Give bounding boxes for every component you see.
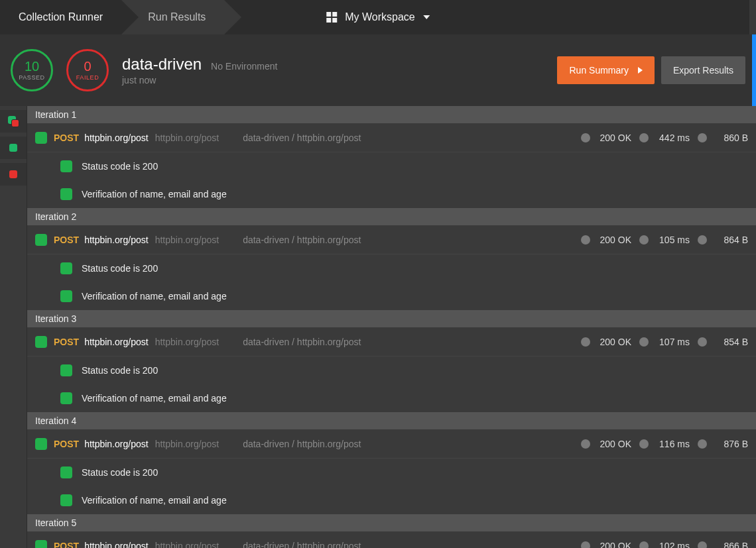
status-swatch <box>60 392 72 404</box>
status-swatch <box>60 466 72 478</box>
request-host: httpbin.org/post <box>155 235 220 245</box>
test-row[interactable]: Verification of name, email and age <box>27 282 756 310</box>
status-swatch <box>60 262 72 274</box>
iteration-header[interactable]: Iteration 2 <box>27 208 756 225</box>
dot-icon <box>581 337 590 347</box>
response-time: 116 ms <box>657 439 690 449</box>
test-name: Status code is 200 <box>82 161 158 172</box>
request-host: httpbin.org/post <box>155 337 220 347</box>
request-name: httpbin.org/post <box>84 235 149 245</box>
status-swatch <box>60 494 72 506</box>
status-code: 200 OK <box>598 541 631 549</box>
status-swatch <box>35 234 47 246</box>
sidebar-item-failed[interactable] <box>0 163 27 186</box>
status-swatch <box>35 540 47 549</box>
request-name: httpbin.org/post <box>84 541 149 549</box>
dot-icon <box>581 133 590 142</box>
status-swatch <box>60 160 72 172</box>
request-method: POST <box>54 235 79 245</box>
grid-icon <box>326 12 337 23</box>
request-metrics: 200 OK102 ms866 B <box>581 541 748 549</box>
test-row[interactable]: Status code is 200 <box>27 254 756 282</box>
request-name: httpbin.org/post <box>84 337 149 347</box>
sidebar <box>0 106 27 548</box>
dot-icon <box>639 439 649 449</box>
request-host: httpbin.org/post <box>155 133 220 143</box>
failed-donut: 0 FAILED <box>66 49 109 91</box>
workspace-switcher[interactable]: My Workspace <box>326 11 430 23</box>
request-row[interactable]: POSThttpbin.org/posthttpbin.org/postdata… <box>27 531 756 548</box>
response-size: 854 B <box>715 337 748 347</box>
failed-count: 0 <box>84 60 91 73</box>
status-swatch <box>35 132 47 144</box>
status-swatch <box>35 438 47 450</box>
request-host: httpbin.org/post <box>155 439 220 449</box>
request-name: httpbin.org/post <box>84 133 149 143</box>
response-time: 105 ms <box>657 235 690 245</box>
response-size: 866 B <box>715 541 748 549</box>
request-path: data-driven / httpbin.org/post <box>243 541 361 549</box>
test-name: Verification of name, email and age <box>82 291 227 301</box>
test-name: Verification of name, email and age <box>82 393 227 404</box>
chevron-down-icon <box>423 15 430 19</box>
accent-strip <box>752 34 756 106</box>
tab-collection-runner[interactable]: Collection Runner <box>0 0 121 34</box>
response-size: 864 B <box>715 235 748 245</box>
run-summary-label: Run Summary <box>569 65 628 76</box>
export-results-button[interactable]: Export Results <box>661 56 745 84</box>
response-time: 107 ms <box>657 337 690 347</box>
request-path: data-driven / httpbin.org/post <box>243 337 361 347</box>
request-path: data-driven / httpbin.org/post <box>243 439 361 449</box>
iteration-header[interactable]: Iteration 1 <box>27 106 756 123</box>
status-swatch <box>35 336 47 348</box>
response-time: 102 ms <box>657 541 690 549</box>
passed-count: 10 <box>25 60 39 73</box>
request-row[interactable]: POSThttpbin.org/posthttpbin.org/postdata… <box>27 225 756 254</box>
status-code: 200 OK <box>598 133 631 143</box>
failed-label: FAILED <box>76 74 99 81</box>
request-host: httpbin.org/post <box>155 541 220 549</box>
request-row[interactable]: POSThttpbin.org/posthttpbin.org/postdata… <box>27 123 756 152</box>
sidebar-item-passed[interactable] <box>0 137 27 159</box>
response-size: 876 B <box>715 439 748 449</box>
test-name: Status code is 200 <box>82 365 158 376</box>
request-method: POST <box>54 133 79 143</box>
results-list[interactable]: Iteration 1POSThttpbin.org/posthttpbin.o… <box>27 106 756 548</box>
top-bar: Collection Runner Run Results My Workspa… <box>0 0 756 34</box>
response-time: 442 ms <box>657 133 690 143</box>
request-row[interactable]: POSThttpbin.org/posthttpbin.org/postdata… <box>27 429 756 459</box>
dot-icon <box>581 235 590 245</box>
breadcrumb: Collection Runner Run Results <box>0 0 224 34</box>
chevron-right-icon <box>121 0 139 34</box>
dot-icon <box>698 439 707 449</box>
dot-icon <box>639 541 649 549</box>
request-path: data-driven / httpbin.org/post <box>243 235 361 245</box>
body: Iteration 1POSThttpbin.org/posthttpbin.o… <box>0 106 756 548</box>
request-name: httpbin.org/post <box>84 439 149 449</box>
request-row[interactable]: POSThttpbin.org/posthttpbin.org/postdata… <box>27 327 756 356</box>
tab-label: Run Results <box>148 11 206 23</box>
test-row[interactable]: Status code is 200 <box>27 152 756 180</box>
square-green-icon <box>8 142 19 153</box>
test-row[interactable]: Status code is 200 <box>27 459 756 486</box>
workspace-label: My Workspace <box>345 11 415 23</box>
iteration-header[interactable]: Iteration 5 <box>27 514 756 531</box>
request-metrics: 200 OK107 ms854 B <box>581 337 748 347</box>
iteration-header[interactable]: Iteration 4 <box>27 412 756 429</box>
test-row[interactable]: Verification of name, email and age <box>27 180 756 208</box>
status-swatch <box>60 364 72 376</box>
square-red-icon <box>8 169 19 180</box>
test-row[interactable]: Verification of name, email and age <box>27 384 756 412</box>
run-summary-header: 10 PASSED 0 FAILED data-driven No Enviro… <box>0 34 756 106</box>
tab-label: Collection Runner <box>19 11 103 23</box>
test-name: Status code is 200 <box>82 263 158 274</box>
sidebar-item-all[interactable] <box>0 110 27 133</box>
test-row[interactable]: Status code is 200 <box>27 356 756 384</box>
test-row[interactable]: Verification of name, email and age <box>27 486 756 514</box>
run-summary-button[interactable]: Run Summary <box>557 56 654 84</box>
run-time: just now <box>122 75 277 85</box>
iteration-header[interactable]: Iteration 3 <box>27 310 756 327</box>
stack-icon <box>8 116 19 127</box>
response-size: 860 B <box>715 133 748 143</box>
dot-icon <box>581 439 590 449</box>
